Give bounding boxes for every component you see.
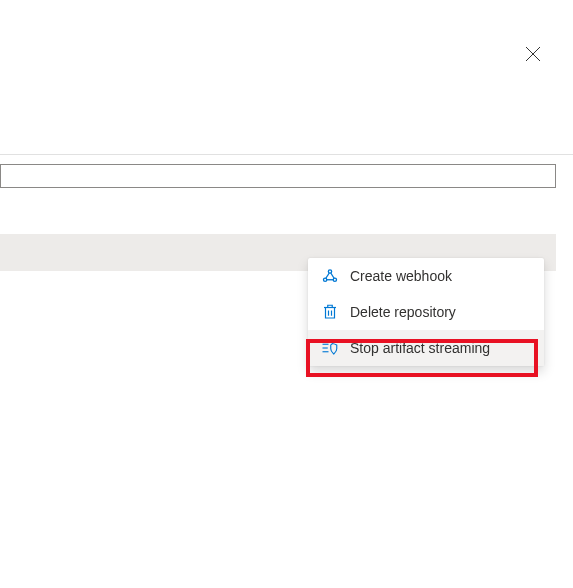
svg-point-2 xyxy=(328,270,331,273)
context-menu: Create webhook Delete repository Stop ar… xyxy=(308,258,544,366)
text-input[interactable] xyxy=(0,164,556,188)
trash-icon xyxy=(320,302,340,322)
menu-item-label: Delete repository xyxy=(350,304,456,320)
menu-item-create-webhook[interactable]: Create webhook xyxy=(308,258,544,294)
stream-shield-icon xyxy=(320,338,340,358)
menu-item-label: Stop artifact streaming xyxy=(350,340,490,356)
svg-point-3 xyxy=(323,278,326,281)
svg-point-4 xyxy=(333,278,336,281)
menu-item-label: Create webhook xyxy=(350,268,452,284)
webhook-icon xyxy=(320,266,340,286)
menu-item-delete-repository[interactable]: Delete repository xyxy=(308,294,544,330)
divider xyxy=(0,154,573,155)
menu-item-stop-artifact-streaming[interactable]: Stop artifact streaming xyxy=(308,330,544,366)
close-icon xyxy=(525,46,541,62)
close-button[interactable] xyxy=(523,44,543,64)
